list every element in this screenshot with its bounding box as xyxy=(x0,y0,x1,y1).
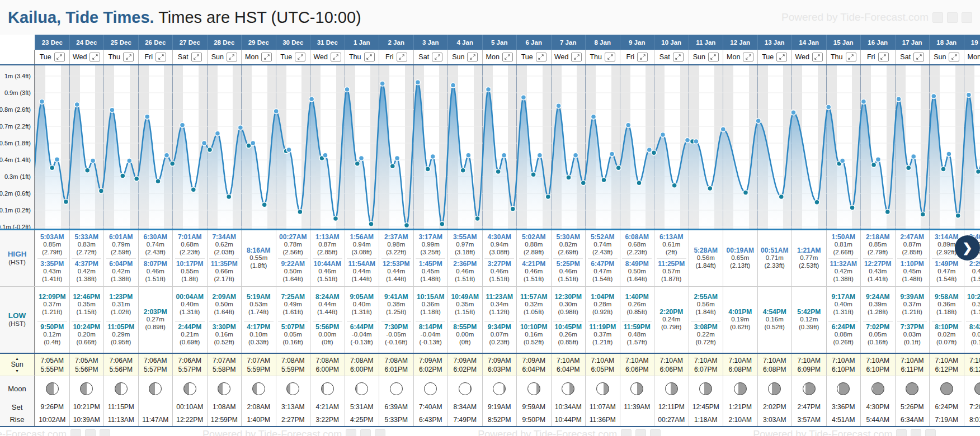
sun-cell: 7:05AM5:55PM xyxy=(35,354,69,376)
moonset-cell: 10:21PM xyxy=(69,401,104,413)
date-cell[interactable]: 31 Dec xyxy=(310,35,345,50)
watermark-bottom: Powered by Tide-Forecast.com xyxy=(202,429,385,436)
date-cell[interactable]: 4 Jan xyxy=(447,35,482,50)
expand-day-icon[interactable] xyxy=(397,53,407,61)
low-tide-event: 4:54PM0.16m(0.52ft) xyxy=(760,307,789,333)
date-cell[interactable]: 30 Dec xyxy=(276,35,310,50)
tide-height-ft: (3.08ft) xyxy=(484,249,514,257)
expand-day-icon[interactable] xyxy=(673,53,684,61)
high-tide-time: 9:22AM xyxy=(278,260,308,268)
expand-day-icon[interactable] xyxy=(467,53,478,61)
date-cell[interactable]: 13 Jan xyxy=(757,35,792,50)
low-tide-event: 10:24PM0.20m(0.66ft) xyxy=(72,321,101,348)
date-cell[interactable]: 10 Jan xyxy=(654,35,689,50)
date-cell[interactable]: 26 Dec xyxy=(138,35,173,50)
low-tide-event: 7:37PM0.03m(0.1ft) xyxy=(897,321,927,348)
expand-day-icon[interactable] xyxy=(812,53,823,61)
date-cell[interactable]: 9 Jan xyxy=(620,35,654,50)
tide-height-ft: (1.61ft) xyxy=(278,309,308,316)
date-cell[interactable]: 24 Dec xyxy=(69,35,104,50)
sunset-time: 5:59PM xyxy=(281,365,304,374)
date-cell[interactable]: 12 Jan xyxy=(723,35,757,50)
expand-day-icon[interactable] xyxy=(637,53,648,61)
expand-day-icon[interactable] xyxy=(571,53,582,61)
high-tide-cell: 6:01AM0.79m(2.59ft)6:04PM0.42m(1.38ft) xyxy=(103,230,138,286)
expand-day-icon[interactable] xyxy=(913,53,924,61)
high-tide-marker xyxy=(756,119,761,124)
date-cell[interactable]: 14 Jan xyxy=(791,35,826,50)
tide-height-ft: (-0.13ft) xyxy=(416,339,445,347)
expand-day-icon[interactable] xyxy=(846,53,856,61)
weekday-label: Thu xyxy=(349,53,361,61)
date-cell[interactable]: 8 Jan xyxy=(585,35,620,50)
expand-day-icon[interactable] xyxy=(156,53,166,61)
date-cell[interactable]: 28 Dec xyxy=(207,35,242,50)
moon-phase-icon xyxy=(80,382,93,395)
tide-height-ft: (1.12ft) xyxy=(966,309,980,316)
date-cell[interactable]: 1 Jan xyxy=(345,35,379,50)
expand-day-icon[interactable] xyxy=(502,53,513,61)
moon-cell xyxy=(138,376,173,401)
expand-day-icon[interactable] xyxy=(605,53,615,61)
high-tide-cell: 1:21AM0.77m(2.53ft) xyxy=(791,230,826,286)
high-tide-time: 2:18AM xyxy=(863,234,893,241)
tide-height-ft: (2ft) xyxy=(657,249,686,257)
expand-day-icon[interactable] xyxy=(54,53,65,61)
date-cell[interactable]: 19 Jan xyxy=(964,35,980,50)
date-cell[interactable]: 2 Jan xyxy=(379,35,413,50)
moon-phase-icon xyxy=(355,382,368,395)
date-cell[interactable]: 3 Jan xyxy=(413,35,448,50)
date-cell[interactable]: 27 Dec xyxy=(172,35,207,50)
moonset-cell: 6:24PM xyxy=(929,401,964,413)
date-cell[interactable]: 23 Dec xyxy=(35,35,69,50)
expand-day-icon[interactable] xyxy=(331,53,341,61)
expand-day-icon[interactable] xyxy=(364,53,375,61)
tide-height-m: 0.21m xyxy=(175,331,205,339)
expand-day-icon[interactable] xyxy=(89,53,100,61)
expand-day-icon[interactable] xyxy=(227,53,237,61)
sunrise-time: 7:08AM xyxy=(385,356,408,365)
moon-cell xyxy=(723,376,757,401)
tide-height-ft: (0.98ft) xyxy=(553,309,583,316)
expand-day-icon[interactable] xyxy=(295,53,305,61)
tide-height-m: 0.42m xyxy=(828,268,858,276)
date-cell[interactable]: 16 Jan xyxy=(860,35,895,50)
high-tide-time: 5:25PM xyxy=(553,260,583,268)
expand-day-icon[interactable] xyxy=(191,53,202,61)
expand-day-icon[interactable] xyxy=(261,53,272,61)
date-cell[interactable]: 7 Jan xyxy=(551,35,586,50)
expand-day-icon[interactable] xyxy=(432,53,442,61)
expand-day-icon[interactable] xyxy=(123,53,134,61)
expand-day-icon[interactable] xyxy=(878,53,889,61)
date-cell[interactable]: 17 Jan xyxy=(895,35,930,50)
date-cell[interactable]: 29 Dec xyxy=(241,35,276,50)
low-tide-time: 9:34PM xyxy=(484,324,514,331)
next-page-button[interactable]: ❯ xyxy=(955,235,980,260)
date-cell[interactable]: 15 Jan xyxy=(826,35,861,50)
date-cell[interactable]: 6 Jan xyxy=(516,35,551,50)
moon-phase-icon xyxy=(252,382,265,395)
date-cell[interactable]: 5 Jan xyxy=(482,35,517,50)
tide-height-ft: (1.41ft) xyxy=(37,276,67,283)
tide-height-m: 0.42m xyxy=(72,268,101,276)
expand-day-icon[interactable] xyxy=(536,53,546,61)
weekday-cell: Tue xyxy=(516,50,551,64)
expand-day-icon[interactable] xyxy=(776,53,787,61)
moon-phase-icon xyxy=(459,382,472,395)
expand-day-icon[interactable] xyxy=(743,53,753,61)
moonset-cell: 7:20PM xyxy=(964,401,980,413)
low-tide-marker xyxy=(208,148,213,153)
high-tide-cell: 7:34AM0.62m(2.03ft)11:35PM0.66m(2.17ft) xyxy=(207,230,242,286)
date-cell[interactable]: 11 Jan xyxy=(689,35,723,50)
low-tide-cell: 11:57AM0.32m(1.05ft)10:10PM0.16m(0.52ft) xyxy=(516,287,551,353)
watermark-icon xyxy=(635,429,646,436)
date-cell[interactable]: 25 Dec xyxy=(103,35,138,50)
tide-height-ft: (1.64ft) xyxy=(209,309,239,316)
low-tide-event: 7:02PM0.05m(0.16ft) xyxy=(863,321,893,348)
tide-times-page: Kailua, Tide Times. Times are HST (UTC-1… xyxy=(0,0,980,436)
date-cell[interactable]: 18 Jan xyxy=(929,35,964,50)
expand-day-icon[interactable] xyxy=(949,53,959,61)
expand-day-icon[interactable] xyxy=(708,53,719,61)
sun-cell: 7:10AM6:08PM xyxy=(757,354,792,376)
moonrise-cell: 10:02AM xyxy=(35,413,69,426)
